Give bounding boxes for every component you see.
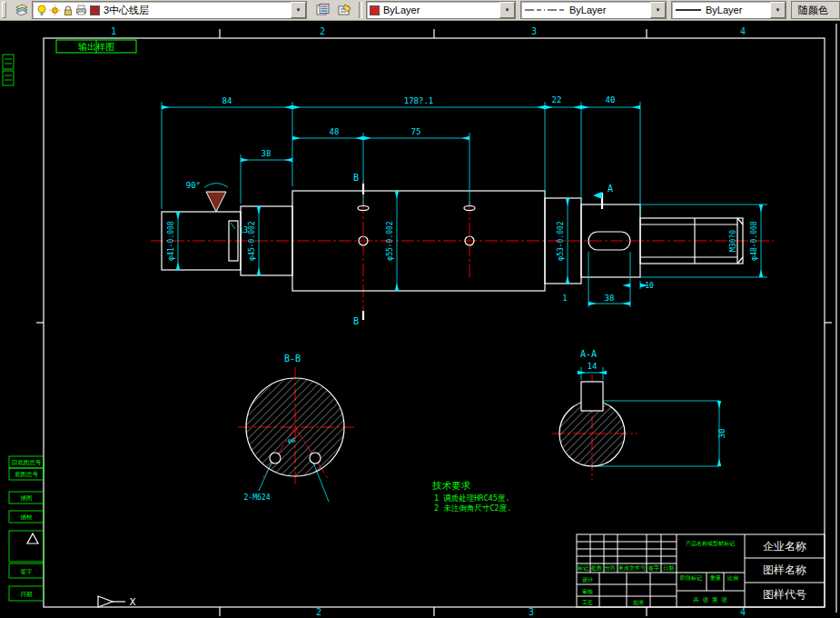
lineweight-combo-value: ByLayer (706, 5, 742, 15)
sheet-info: 共 张 第 张 (693, 596, 727, 603)
margin-label: 签字 (21, 568, 34, 575)
company-name: 企业名称 (763, 540, 806, 553)
dim-m30: M30?0 (729, 230, 737, 252)
lineweight-combo[interactable]: ByLayer ▼ (671, 1, 786, 19)
dim-dia41: φ41-0.008 (167, 221, 175, 261)
drawing-name: 图样名称 (763, 563, 806, 576)
sign-label: 设计 (582, 576, 593, 583)
toolbar-grip[interactable] (2, 2, 6, 18)
layer-combo-dropdown-button[interactable]: ▼ (291, 2, 306, 18)
toolbar-separator (359, 2, 362, 18)
zone-number: 3 (529, 607, 534, 617)
chevron-down-icon: ▼ (505, 7, 510, 13)
zone-number: 4 (740, 26, 746, 36)
drawing-code: 图样代号 (763, 588, 806, 601)
layer-combo-value: 3中心线层 (104, 4, 149, 17)
lineweight-preview-icon (675, 6, 702, 14)
dim-178: 178?.1 (404, 96, 434, 105)
spec-label: 阶段标记 (680, 574, 702, 582)
bulb-icon[interactable] (36, 5, 47, 16)
sign-label: 审核 (582, 588, 593, 594)
tech-title: 技术要求 (432, 480, 471, 491)
chevron-down-icon: ▼ (296, 7, 301, 13)
sheet-tag-label: 输出样图 (78, 42, 114, 52)
plot-style-value: 随颜色 (798, 4, 828, 17)
dim-14: 14 (588, 362, 598, 371)
dim-10: 10 (645, 282, 654, 290)
margin-label: 旧底图总号 (12, 459, 42, 466)
section-letter-B-bottom: B (353, 316, 359, 326)
layers-icon (15, 4, 28, 16)
sign-label: 工艺 (582, 599, 593, 605)
margin-label: 描校 (21, 513, 34, 521)
linetype-combo[interactable]: ByLayer ▼ (520, 1, 667, 19)
tech-line-2: 2 未注倒角尺寸C2度. (434, 503, 511, 513)
dim-40: 40 (606, 95, 616, 105)
tapped-hole (310, 453, 321, 464)
rev-header: 日期 (663, 564, 674, 572)
current-color-swatch (370, 5, 380, 15)
sign-label: 批准 (633, 599, 644, 606)
drawing-canvas[interactable]: 1 2 3 4 2 3 4 输出样图 旧底图总号 底图总号 描图 描校 签字 日… (0, 0, 840, 618)
make-layer-current-icon (338, 4, 351, 16)
dim-13: 13 (239, 225, 248, 234)
margin-label: 日期 (21, 591, 33, 598)
spec-label: 重量 (709, 574, 721, 581)
dim-38: 38 (262, 149, 272, 158)
rev-header: 更改文件号 (618, 564, 646, 571)
rev-header: 标记 (577, 564, 588, 572)
dim-38-keyway: 38 (605, 294, 615, 303)
layers-button[interactable] (11, 1, 31, 19)
dim-dia55: φ55-0.002 (386, 221, 394, 261)
spec-label: 比例 (727, 574, 738, 582)
section-letter-A: A (608, 184, 613, 194)
lock-icon[interactable] (63, 5, 74, 16)
linetype-preview-icon (524, 6, 566, 14)
ucs-x-label: X (130, 596, 136, 608)
section-label-BB: B-B (284, 354, 301, 364)
color-combo-dropdown-button[interactable]: ▼ (499, 2, 515, 18)
color-combo-value: ByLayer (383, 5, 420, 15)
zone-number: 3 (531, 26, 537, 36)
layer-combo[interactable]: 3中心线层 ▼ (32, 1, 307, 19)
object-properties-toolbar: 3中心线层 ▼ ByLayer ▼ ByLayer ▼ (0, 0, 840, 21)
rev-header: 签字 (648, 564, 659, 571)
linetype-combo-value: ByLayer (569, 5, 606, 15)
layer-manager-icon (316, 4, 330, 16)
chevron-down-icon: ▼ (776, 7, 781, 13)
section-label-AA: A-A (580, 349, 597, 359)
rev-header: 分区 (605, 564, 616, 571)
printer-icon[interactable] (75, 5, 87, 15)
dim-22: 22 (552, 95, 562, 105)
dim-48: 48 (330, 127, 340, 136)
layer-properties-button[interactable] (312, 1, 332, 19)
dim-dia53: φ53-0.002 (557, 221, 565, 261)
dim-84: 84 (222, 96, 232, 105)
sun-icon[interactable] (49, 5, 61, 16)
color-combo[interactable]: ByLayer ▼ (366, 1, 516, 19)
tech-line-1: 1 调质处理HRC45度. (434, 493, 509, 503)
model-space-background (0, 20, 840, 618)
dim-90deg: 90° (186, 181, 201, 190)
rev-header: 处数 (590, 564, 602, 572)
product-note: 产品名称或型材标记 (686, 540, 735, 547)
linetype-combo-dropdown-button[interactable]: ▼ (650, 2, 666, 18)
zone-number: 2 (320, 26, 325, 36)
zone-number: 1 (111, 26, 116, 36)
dim-holes: 2-M624 (244, 493, 271, 502)
chevron-down-icon: ▼ (656, 7, 661, 13)
margin-label: 底图总号 (15, 471, 39, 478)
section-letter-B-top: B (353, 173, 359, 183)
zone-number: 4 (740, 607, 746, 617)
lineweight-combo-dropdown-button[interactable]: ▼ (770, 2, 786, 18)
make-object-layer-current-button[interactable] (334, 1, 354, 19)
dim-75: 75 (411, 127, 421, 136)
tapped-hole (270, 453, 281, 464)
dim-dia45: φ45-0.002 (248, 221, 256, 261)
key-profile (581, 382, 603, 411)
dim-30: 30 (717, 429, 726, 439)
dim-dia48: φ48-0.008 (750, 221, 758, 261)
zone-number: 2 (316, 607, 321, 617)
layer-color-swatch (90, 5, 100, 15)
plot-style-combo: 随颜色 (791, 1, 840, 19)
